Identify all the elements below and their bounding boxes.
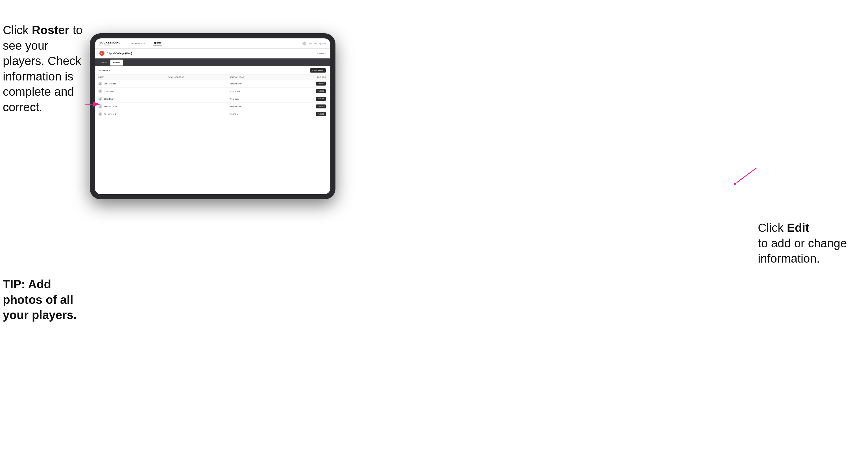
player-actions-2: ✎ Edit (283, 95, 330, 103)
player-school-year-3: Second Year (226, 103, 283, 111)
players-section: PLAYERS + Add Player NAME EMAIL ADDRESS … (95, 66, 330, 194)
instructions-right: Click Editto add or changeinformation. (758, 220, 865, 267)
tab-details[interactable]: Details (98, 60, 111, 65)
arrow-roster (85, 100, 102, 108)
player-email-3 (164, 103, 226, 111)
team-logo: C (99, 51, 104, 56)
player-email-4 (164, 111, 226, 118)
players-toolbar: PLAYERS + Add Player (95, 66, 330, 75)
tablet-screen: SCOREBOARD Powered by clippd TOURNAMENTS… (95, 38, 330, 194)
player-name-cell-4: Piers Parnell (95, 111, 164, 118)
add-player-button[interactable]: + Add Player (310, 68, 326, 72)
table-row: Blair McHarg Second Year ✎ Edit (95, 80, 330, 88)
col-header-actions: ACTIONS (283, 75, 330, 80)
players-table: NAME EMAIL ADDRESS SCHOOL YEAR ACTIONS B (95, 75, 330, 118)
player-name-4: Piers Parnell (104, 113, 116, 116)
table-row: David Ford Fourth Year ✎ Edit (95, 88, 330, 95)
tab-roster[interactable]: Roster (111, 60, 123, 65)
player-name-cell-1: David Ford (95, 88, 164, 95)
edit-button-3[interactable]: ✎ Edit (316, 104, 326, 108)
player-avatar-0 (98, 82, 102, 86)
svg-point-2 (100, 98, 101, 99)
instructions-left: Click Roster to see your players. Check … (3, 23, 85, 115)
team-title: Clippd College (Men) (107, 52, 132, 55)
nav-tournaments[interactable]: TOURNAMENTS (127, 41, 146, 45)
table-row: Elliot Ebert Third Year ✎ Edit (95, 95, 330, 103)
app-bar-right: U Test User | Sign out (302, 41, 326, 45)
user-avatar: U (302, 41, 306, 45)
col-header-email: EMAIL ADDRESS (164, 75, 226, 80)
arrow-edit (734, 168, 757, 185)
tip-text: TIP: Add photos of all your players. (3, 277, 85, 323)
svg-line-8 (737, 168, 757, 182)
nav-teams[interactable]: TEAMS (153, 41, 162, 45)
tabs-bar: Details Roster (95, 58, 330, 66)
table-row: Marcus Turner Second Year ✎ Edit (95, 103, 330, 111)
edit-button-0[interactable]: ✎ Edit (316, 82, 326, 86)
logo-sub: Powered by clippd (99, 44, 121, 46)
player-actions-4: ✎ Edit (283, 111, 330, 118)
edit-button-4[interactable]: ✎ Edit (316, 112, 326, 116)
player-name-2: Elliot Ebert (104, 98, 114, 100)
logo-text: SCOREBOARD (99, 41, 121, 44)
player-school-year-0: Second Year (226, 80, 283, 88)
player-school-year-1: Fourth Year (226, 88, 283, 95)
player-email-1 (164, 88, 226, 95)
player-name-3: Marcus Turner (104, 105, 118, 108)
svg-point-1 (100, 90, 101, 92)
edit-button-2[interactable]: ✎ Edit (316, 97, 326, 101)
team-header: C Clippd College (Men) Cancel × (95, 49, 330, 58)
edit-button-1[interactable]: ✎ Edit (316, 89, 326, 93)
tablet-frame: SCOREBOARD Powered by clippd TOURNAMENTS… (90, 33, 336, 199)
app-bar-left: SCOREBOARD Powered by clippd TOURNAMENTS… (99, 41, 162, 46)
player-school-year-2: Third Year (226, 95, 283, 103)
player-school-year-4: First Year (226, 111, 283, 118)
player-actions-1: ✎ Edit (283, 88, 330, 95)
player-name-cell-0: Blair McHarg (95, 80, 164, 88)
player-email-0 (164, 80, 226, 88)
player-name-cell-3: Marcus Turner (95, 103, 164, 111)
player-avatar-4 (98, 112, 102, 116)
logo-area: SCOREBOARD Powered by clippd (99, 41, 121, 46)
user-menu[interactable]: Test User | Sign out (309, 42, 326, 44)
player-email-2 (164, 95, 226, 103)
table-row: Piers Parnell First Year ✎ Edit (95, 111, 330, 118)
player-name-cell-2: Elliot Ebert (95, 95, 164, 103)
svg-point-0 (100, 83, 101, 84)
player-actions-3: ✎ Edit (283, 103, 330, 111)
app-bar: SCOREBOARD Powered by clippd TOURNAMENTS… (95, 38, 330, 49)
player-actions-0: ✎ Edit (283, 80, 330, 88)
player-name-0: Blair McHarg (104, 83, 116, 85)
cancel-button[interactable]: Cancel × (317, 52, 326, 55)
col-header-school-year: SCHOOL YEAR (226, 75, 283, 80)
players-label: PLAYERS (99, 69, 110, 72)
svg-point-4 (100, 113, 101, 114)
col-header-name: NAME (95, 75, 164, 80)
table-header-row: NAME EMAIL ADDRESS SCHOOL YEAR ACTIONS (95, 75, 330, 80)
player-avatar-1 (98, 89, 102, 93)
player-name-1: David Ford (104, 90, 114, 93)
team-name-area: C Clippd College (Men) (99, 51, 132, 56)
